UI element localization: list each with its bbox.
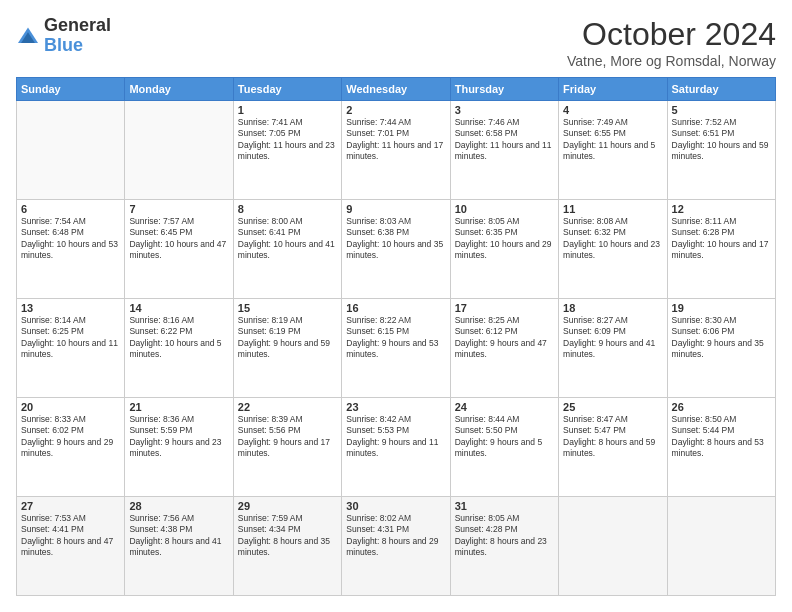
- calendar-cell: 20Sunrise: 8:33 AM Sunset: 6:02 PM Dayli…: [17, 398, 125, 497]
- calendar-cell: 13Sunrise: 8:14 AM Sunset: 6:25 PM Dayli…: [17, 299, 125, 398]
- day-number: 23: [346, 401, 445, 413]
- day-info: Sunrise: 7:59 AM Sunset: 4:34 PM Dayligh…: [238, 513, 337, 559]
- day-number: 19: [672, 302, 771, 314]
- col-header-sunday: Sunday: [17, 78, 125, 101]
- calendar-cell: 6Sunrise: 7:54 AM Sunset: 6:48 PM Daylig…: [17, 200, 125, 299]
- day-info: Sunrise: 7:57 AM Sunset: 6:45 PM Dayligh…: [129, 216, 228, 262]
- calendar-cell: 16Sunrise: 8:22 AM Sunset: 6:15 PM Dayli…: [342, 299, 450, 398]
- calendar-cell: 7Sunrise: 7:57 AM Sunset: 6:45 PM Daylig…: [125, 200, 233, 299]
- day-info: Sunrise: 7:49 AM Sunset: 6:55 PM Dayligh…: [563, 117, 662, 163]
- page: General Blue October 2024 Vatne, More og…: [0, 0, 792, 612]
- day-number: 10: [455, 203, 554, 215]
- day-number: 28: [129, 500, 228, 512]
- calendar-cell: [17, 101, 125, 200]
- day-number: 27: [21, 500, 120, 512]
- month-title: October 2024: [567, 16, 776, 53]
- day-number: 16: [346, 302, 445, 314]
- calendar-header-row: SundayMondayTuesdayWednesdayThursdayFrid…: [17, 78, 776, 101]
- day-number: 2: [346, 104, 445, 116]
- day-number: 11: [563, 203, 662, 215]
- calendar-cell: 1Sunrise: 7:41 AM Sunset: 7:05 PM Daylig…: [233, 101, 341, 200]
- calendar-cell: 12Sunrise: 8:11 AM Sunset: 6:28 PM Dayli…: [667, 200, 775, 299]
- calendar-week-4: 20Sunrise: 8:33 AM Sunset: 6:02 PM Dayli…: [17, 398, 776, 497]
- day-number: 25: [563, 401, 662, 413]
- day-info: Sunrise: 8:22 AM Sunset: 6:15 PM Dayligh…: [346, 315, 445, 361]
- calendar-cell: [125, 101, 233, 200]
- calendar-cell: 3Sunrise: 7:46 AM Sunset: 6:58 PM Daylig…: [450, 101, 558, 200]
- day-number: 21: [129, 401, 228, 413]
- day-number: 20: [21, 401, 120, 413]
- col-header-thursday: Thursday: [450, 78, 558, 101]
- day-info: Sunrise: 7:54 AM Sunset: 6:48 PM Dayligh…: [21, 216, 120, 262]
- calendar-table: SundayMondayTuesdayWednesdayThursdayFrid…: [16, 77, 776, 596]
- logo-line1: General: [44, 16, 111, 36]
- logo-text: General Blue: [44, 16, 111, 56]
- calendar-week-5: 27Sunrise: 7:53 AM Sunset: 4:41 PM Dayli…: [17, 497, 776, 596]
- day-info: Sunrise: 7:56 AM Sunset: 4:38 PM Dayligh…: [129, 513, 228, 559]
- day-info: Sunrise: 8:42 AM Sunset: 5:53 PM Dayligh…: [346, 414, 445, 460]
- day-number: 22: [238, 401, 337, 413]
- calendar-cell: 29Sunrise: 7:59 AM Sunset: 4:34 PM Dayli…: [233, 497, 341, 596]
- day-info: Sunrise: 7:53 AM Sunset: 4:41 PM Dayligh…: [21, 513, 120, 559]
- day-info: Sunrise: 7:52 AM Sunset: 6:51 PM Dayligh…: [672, 117, 771, 163]
- day-number: 12: [672, 203, 771, 215]
- day-info: Sunrise: 8:25 AM Sunset: 6:12 PM Dayligh…: [455, 315, 554, 361]
- day-number: 7: [129, 203, 228, 215]
- calendar-cell: 15Sunrise: 8:19 AM Sunset: 6:19 PM Dayli…: [233, 299, 341, 398]
- day-number: 24: [455, 401, 554, 413]
- day-number: 29: [238, 500, 337, 512]
- day-info: Sunrise: 8:02 AM Sunset: 4:31 PM Dayligh…: [346, 513, 445, 559]
- day-info: Sunrise: 8:19 AM Sunset: 6:19 PM Dayligh…: [238, 315, 337, 361]
- calendar-week-2: 6Sunrise: 7:54 AM Sunset: 6:48 PM Daylig…: [17, 200, 776, 299]
- calendar-cell: 10Sunrise: 8:05 AM Sunset: 6:35 PM Dayli…: [450, 200, 558, 299]
- day-number: 31: [455, 500, 554, 512]
- calendar-cell: 27Sunrise: 7:53 AM Sunset: 4:41 PM Dayli…: [17, 497, 125, 596]
- day-info: Sunrise: 8:47 AM Sunset: 5:47 PM Dayligh…: [563, 414, 662, 460]
- day-info: Sunrise: 7:44 AM Sunset: 7:01 PM Dayligh…: [346, 117, 445, 163]
- day-number: 1: [238, 104, 337, 116]
- calendar-cell: [667, 497, 775, 596]
- location-subtitle: Vatne, More og Romsdal, Norway: [567, 53, 776, 69]
- col-header-monday: Monday: [125, 78, 233, 101]
- day-info: Sunrise: 8:05 AM Sunset: 4:28 PM Dayligh…: [455, 513, 554, 559]
- day-number: 5: [672, 104, 771, 116]
- title-block: October 2024 Vatne, More og Romsdal, Nor…: [567, 16, 776, 69]
- calendar-cell: 17Sunrise: 8:25 AM Sunset: 6:12 PM Dayli…: [450, 299, 558, 398]
- calendar-cell: 11Sunrise: 8:08 AM Sunset: 6:32 PM Dayli…: [559, 200, 667, 299]
- calendar-cell: 25Sunrise: 8:47 AM Sunset: 5:47 PM Dayli…: [559, 398, 667, 497]
- calendar-cell: 8Sunrise: 8:00 AM Sunset: 6:41 PM Daylig…: [233, 200, 341, 299]
- calendar-cell: 26Sunrise: 8:50 AM Sunset: 5:44 PM Dayli…: [667, 398, 775, 497]
- day-number: 15: [238, 302, 337, 314]
- day-number: 9: [346, 203, 445, 215]
- day-number: 13: [21, 302, 120, 314]
- col-header-saturday: Saturday: [667, 78, 775, 101]
- day-info: Sunrise: 8:11 AM Sunset: 6:28 PM Dayligh…: [672, 216, 771, 262]
- calendar-cell: 9Sunrise: 8:03 AM Sunset: 6:38 PM Daylig…: [342, 200, 450, 299]
- logo-icon: [16, 26, 40, 46]
- day-number: 14: [129, 302, 228, 314]
- day-number: 18: [563, 302, 662, 314]
- calendar-cell: 31Sunrise: 8:05 AM Sunset: 4:28 PM Dayli…: [450, 497, 558, 596]
- col-header-wednesday: Wednesday: [342, 78, 450, 101]
- day-info: Sunrise: 8:44 AM Sunset: 5:50 PM Dayligh…: [455, 414, 554, 460]
- day-info: Sunrise: 8:39 AM Sunset: 5:56 PM Dayligh…: [238, 414, 337, 460]
- day-info: Sunrise: 8:27 AM Sunset: 6:09 PM Dayligh…: [563, 315, 662, 361]
- day-info: Sunrise: 8:16 AM Sunset: 6:22 PM Dayligh…: [129, 315, 228, 361]
- day-number: 6: [21, 203, 120, 215]
- calendar-week-3: 13Sunrise: 8:14 AM Sunset: 6:25 PM Dayli…: [17, 299, 776, 398]
- logo-line2: Blue: [44, 36, 111, 56]
- day-info: Sunrise: 7:41 AM Sunset: 7:05 PM Dayligh…: [238, 117, 337, 163]
- col-header-friday: Friday: [559, 78, 667, 101]
- calendar-cell: 21Sunrise: 8:36 AM Sunset: 5:59 PM Dayli…: [125, 398, 233, 497]
- day-number: 4: [563, 104, 662, 116]
- day-number: 8: [238, 203, 337, 215]
- day-number: 3: [455, 104, 554, 116]
- calendar-cell: 4Sunrise: 7:49 AM Sunset: 6:55 PM Daylig…: [559, 101, 667, 200]
- col-header-tuesday: Tuesday: [233, 78, 341, 101]
- calendar-cell: 23Sunrise: 8:42 AM Sunset: 5:53 PM Dayli…: [342, 398, 450, 497]
- calendar-week-1: 1Sunrise: 7:41 AM Sunset: 7:05 PM Daylig…: [17, 101, 776, 200]
- calendar-cell: 19Sunrise: 8:30 AM Sunset: 6:06 PM Dayli…: [667, 299, 775, 398]
- calendar-cell: 28Sunrise: 7:56 AM Sunset: 4:38 PM Dayli…: [125, 497, 233, 596]
- day-info: Sunrise: 8:50 AM Sunset: 5:44 PM Dayligh…: [672, 414, 771, 460]
- day-number: 30: [346, 500, 445, 512]
